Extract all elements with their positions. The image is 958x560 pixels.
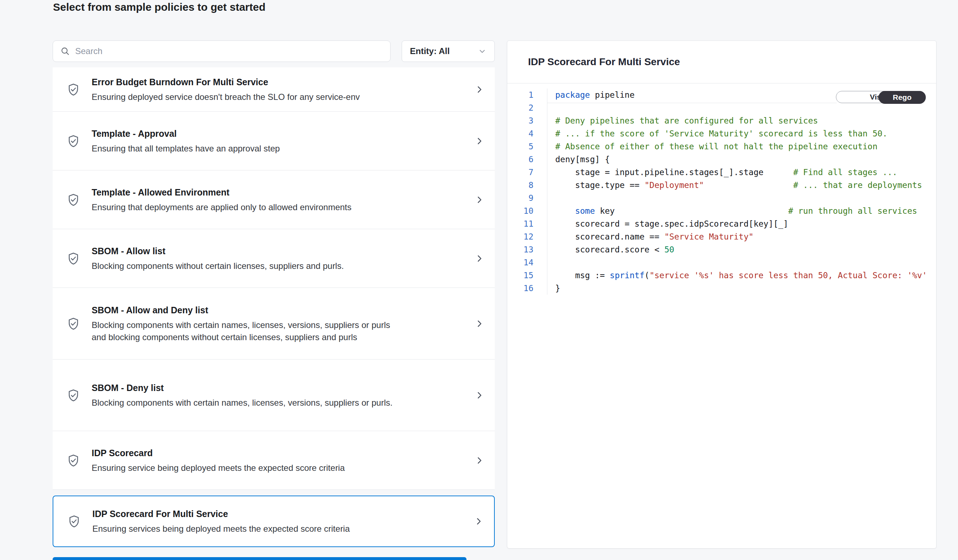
policy-title: Error Budget Burndown For Multi Service bbox=[92, 76, 475, 88]
policy-shield-icon bbox=[66, 251, 81, 266]
entity-filter-label: Entity: All bbox=[410, 46, 450, 56]
policy-shield-icon bbox=[66, 453, 81, 468]
policy-text: SBOM - Allow and Deny list Blocking comp… bbox=[92, 304, 475, 343]
line-number: 12 bbox=[507, 230, 533, 243]
chevron-right-icon bbox=[475, 254, 484, 263]
policy-title: Template - Allowed Environment bbox=[92, 186, 475, 198]
code-line: scorecard.name == "Service Maturity" bbox=[555, 230, 936, 243]
page-title: Select from sample policies to get start… bbox=[53, 0, 266, 14]
code-line bbox=[555, 102, 936, 114]
code-line bbox=[555, 192, 936, 205]
line-number: 5 bbox=[507, 140, 533, 153]
policy-description: Ensuring service being deployed meets th… bbox=[92, 462, 403, 474]
policy-description: Ensuring that deployments are applied on… bbox=[92, 201, 403, 213]
policy-description: Blocking components with certain names, … bbox=[92, 319, 403, 343]
toggle-rego[interactable]: Rego bbox=[879, 91, 926, 104]
line-number: 6 bbox=[507, 153, 533, 166]
preview-title: IDP Scorecard For Multi Service bbox=[528, 56, 680, 68]
code-line: deny[msg] { bbox=[555, 153, 936, 166]
policy-text: Error Budget Burndown For Multi Service … bbox=[92, 76, 475, 103]
line-number: 9 bbox=[507, 192, 533, 205]
code-line: stage.type == "Deployment" # ... that ar… bbox=[555, 179, 936, 192]
policy-title: SBOM - Allow list bbox=[92, 245, 475, 257]
code-line: msg := sprintf("service '%s' has score l… bbox=[555, 269, 936, 282]
chevron-right-icon bbox=[474, 517, 483, 526]
chevron-right-icon bbox=[475, 195, 484, 205]
policy-text: SBOM - Deny list Blocking components wit… bbox=[92, 382, 475, 409]
code-editor[interactable]: 12345678910111213141516 package pipeline… bbox=[507, 83, 936, 295]
line-number: 10 bbox=[507, 205, 533, 217]
policy-shield-icon bbox=[66, 317, 81, 331]
code-line: scorecard = stage.spec.idpScorecard[key]… bbox=[555, 217, 936, 230]
policy-description: Ensuring that all templates have an appr… bbox=[92, 143, 403, 155]
policy-title: IDP Scorecard bbox=[92, 447, 475, 459]
policy-list-item[interactable]: IDP Scorecard For Multi Service Ensuring… bbox=[52, 495, 495, 547]
line-number: 16 bbox=[507, 282, 533, 295]
policy-list: Error Budget Burndown For Multi Service … bbox=[52, 67, 495, 547]
policy-text: SBOM - Allow list Blocking components wi… bbox=[92, 245, 475, 272]
policy-list-item[interactable]: SBOM - Allow list Blocking components wi… bbox=[52, 229, 495, 288]
policy-text: Template - Approval Ensuring that all te… bbox=[92, 127, 475, 155]
chevron-right-icon bbox=[475, 319, 484, 328]
chevron-down-icon bbox=[478, 47, 487, 56]
policy-list-item[interactable]: IDP Scorecard Ensuring service being dep… bbox=[52, 431, 495, 490]
code-line: stage = input.pipeline.stages[_].stage #… bbox=[555, 166, 936, 179]
preview-header: IDP Scorecard For Multi Service bbox=[507, 41, 936, 83]
entity-filter-dropdown[interactable]: Entity: All bbox=[402, 40, 495, 62]
chevron-right-icon bbox=[475, 391, 484, 400]
policy-list-item[interactable]: Template - Approval Ensuring that all te… bbox=[52, 112, 495, 170]
code-lines: package pipeline# Deny pipelines that ar… bbox=[547, 89, 936, 295]
policy-shield-icon bbox=[66, 82, 81, 97]
policy-shield-icon bbox=[66, 193, 81, 207]
line-number: 14 bbox=[507, 256, 533, 269]
line-number: 11 bbox=[507, 217, 533, 230]
search-input[interactable] bbox=[75, 46, 383, 56]
chevron-right-icon bbox=[475, 85, 484, 94]
policy-description: Blocking components without certain lice… bbox=[92, 260, 403, 272]
chevron-right-icon bbox=[475, 456, 484, 465]
line-number: 3 bbox=[507, 114, 533, 127]
visual-rego-toggle[interactable]: Visual Rego bbox=[836, 91, 926, 103]
code-line bbox=[555, 256, 936, 269]
list-toolbar: Entity: All bbox=[52, 40, 495, 62]
policy-description: Ensuring deployed service doesn't breach… bbox=[92, 91, 403, 103]
policy-description: Blocking components with certain names, … bbox=[92, 397, 403, 409]
search-box[interactable] bbox=[52, 40, 390, 62]
code-line: scorecard.score < 50 bbox=[555, 243, 936, 256]
code-line: # Deny pipelines that are configured for… bbox=[555, 114, 936, 127]
policy-description: Ensuring services being deployed meets t… bbox=[92, 523, 404, 535]
search-icon bbox=[60, 46, 70, 56]
code-line: # ... if the score of 'Service Maturity'… bbox=[555, 127, 936, 140]
line-number: 2 bbox=[507, 102, 533, 114]
code-line: # Absence of either of these will not ha… bbox=[555, 140, 936, 153]
policy-list-item[interactable]: SBOM - Allow and Deny list Blocking comp… bbox=[52, 288, 495, 360]
line-number: 8 bbox=[507, 179, 533, 192]
policy-text: Template - Allowed Environment Ensuring … bbox=[92, 186, 475, 213]
line-number: 7 bbox=[507, 166, 533, 179]
policy-shield-icon bbox=[66, 134, 81, 148]
policy-shield-icon bbox=[67, 514, 81, 528]
line-number: 13 bbox=[507, 243, 533, 256]
policy-list-item[interactable]: SBOM - Deny list Blocking components wit… bbox=[52, 360, 495, 431]
code-gutter: 12345678910111213141516 bbox=[507, 89, 547, 295]
code-line: some key # run through all services bbox=[555, 205, 936, 217]
bottom-accent-bar bbox=[52, 557, 466, 560]
policy-text: IDP Scorecard For Multi Service Ensuring… bbox=[92, 508, 474, 535]
policy-list-item[interactable]: Template - Allowed Environment Ensuring … bbox=[52, 170, 495, 229]
policy-text: IDP Scorecard Ensuring service being dep… bbox=[92, 447, 475, 474]
policy-title: IDP Scorecard For Multi Service bbox=[92, 508, 474, 520]
line-number: 1 bbox=[507, 89, 533, 102]
policy-list-item[interactable]: Error Budget Burndown For Multi Service … bbox=[52, 67, 495, 112]
policy-selection-column: Entity: All Error Budget Burndown For Mu… bbox=[52, 40, 495, 547]
policy-shield-icon bbox=[66, 388, 81, 403]
policy-preview-panel: IDP Scorecard For Multi Service Visual R… bbox=[507, 40, 936, 549]
policy-title: SBOM - Allow and Deny list bbox=[92, 304, 475, 316]
chevron-right-icon bbox=[475, 136, 484, 146]
line-number: 15 bbox=[507, 269, 533, 282]
code-line: } bbox=[555, 282, 936, 295]
policy-title: Template - Approval bbox=[92, 127, 475, 140]
line-number: 4 bbox=[507, 127, 533, 140]
policy-title: SBOM - Deny list bbox=[92, 382, 475, 394]
